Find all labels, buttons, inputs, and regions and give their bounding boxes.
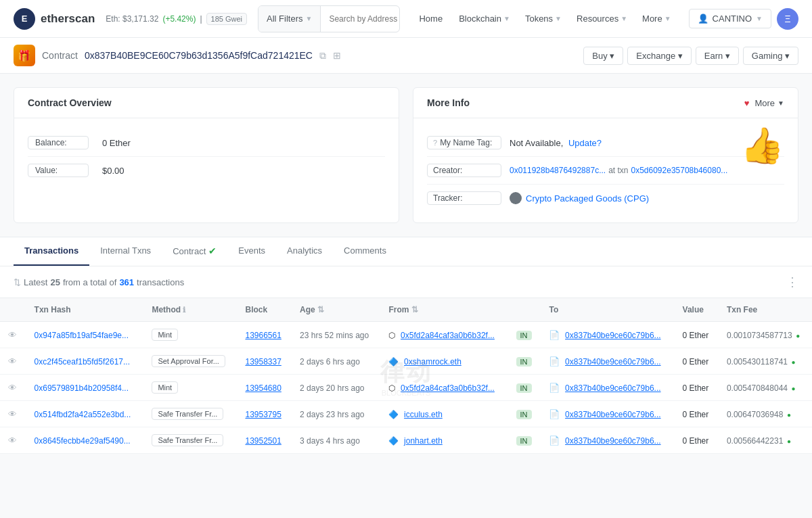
contract-prefix-label: Contract (42, 50, 78, 61)
from-cell: 🔷 0xshamrock.eth (380, 348, 508, 375)
method-badge: Mint (152, 329, 178, 341)
eth-network-button[interactable]: Ξ (777, 8, 798, 30)
txn-hash-link[interactable]: 0x69579891b4b20958f4... (35, 383, 129, 393)
nav-blockchain[interactable]: Blockchain ▼ (452, 9, 517, 28)
block-link[interactable]: 13966561 (245, 331, 281, 340)
txn-hash-link[interactable]: 0xc2f45ceaf1b5fd5f2617... (35, 357, 130, 367)
transactions-table: Txn Hash Method ℹ Block Age ⇅ From ⇅ To … (0, 298, 812, 454)
nav-resources[interactable]: Resources ▼ (570, 9, 634, 28)
method-cell: Set Approval For... (143, 348, 237, 375)
grid-icon[interactable]: ⊞ (333, 50, 341, 61)
age-cell: 3 days 4 hrs ago (292, 427, 380, 454)
to-cell: 📄 0x837b40be9ce60c79b6... (541, 401, 674, 427)
table-options-btn[interactable]: ⋮ (786, 275, 798, 289)
creator-address-link[interactable]: 0x011928b4876492887c... (510, 166, 606, 175)
from-icon-indicator: ⬡ (388, 331, 395, 340)
heart-icon[interactable]: ♥ (744, 98, 750, 108)
table-row: 👁 0x69579891b4b20958f4... Mint 13954680 … (0, 375, 812, 401)
copy-icon[interactable]: ⧉ (319, 50, 326, 62)
table-row: 👁 0x514fbd2fa42a552e3bd... Safe Transfer… (0, 401, 812, 427)
tab-comments[interactable]: Comments (333, 237, 397, 266)
tab-analytics[interactable]: Analytics (276, 237, 333, 266)
logo-area[interactable]: E etherscan (14, 8, 95, 30)
gwei-badge: 185 Gwei (206, 13, 247, 25)
tab-internal-txns[interactable]: Internal Txns (89, 237, 162, 266)
earn-button[interactable]: MoreEarn ▾ (696, 47, 739, 65)
tracker-label: Tracker: (427, 191, 501, 205)
green-dot-icon: ● (787, 411, 791, 419)
block-link[interactable]: 13953795 (245, 410, 281, 419)
gaming-button[interactable]: Gaming ▾ (743, 47, 798, 65)
contract-icon: 📄 (549, 409, 560, 419)
tx-total[interactable]: 361 (119, 277, 134, 287)
more-info-card: More Info ♥ More ▼ 👍 ? My Name Tag: Not … (413, 87, 798, 223)
table-row: 👁 0x947a85fb19af54fae9e... Mint 13966561… (0, 322, 812, 348)
eye-icon[interactable]: 👁 (8, 409, 17, 419)
buy-button[interactable]: Buy ▾ (583, 47, 623, 65)
in-badge: IN (516, 410, 532, 419)
col-txn-fee: Txn Fee (719, 298, 812, 322)
from-link[interactable]: 0x5fd2a84caf3a0b6b32f... (401, 331, 495, 340)
contract-address[interactable]: 0x837B40BE9CE60C79b63d1356A5f9fCad721421… (85, 50, 313, 61)
name-tag-label-badge[interactable]: ? My Name Tag: (427, 136, 501, 149)
txn-hash-link[interactable]: 0x8645fecbb4e29af5490... (35, 436, 131, 446)
to-link[interactable]: 0x837b40be9ce60c79b6... (565, 436, 660, 446)
exchange-button[interactable]: Exchange ▾ (627, 47, 691, 65)
txn-hash-link[interactable]: 0x947a85fb19af54fae9e... (35, 331, 129, 340)
block-link[interactable]: 13952501 (245, 436, 281, 446)
search-filter-btn[interactable]: All Filters ▼ (258, 6, 321, 32)
tabs-container: Transactions Internal Txns Contract ✔ Ev… (0, 237, 812, 266)
nav-home[interactable]: Home (411, 9, 451, 28)
from-link[interactable]: jonhart.eth (404, 436, 443, 446)
eye-cell: 👁 (0, 375, 26, 401)
age-text: 2 days 6 hrs ago (300, 357, 360, 367)
separator: | (200, 14, 202, 24)
block-link[interactable]: 13954680 (245, 383, 281, 393)
to-link[interactable]: 0x837b40be9ce60c79b6... (565, 357, 660, 367)
tracker-row: Tracker: Crypto Packaged Goods (CPG) (427, 185, 784, 212)
txn-hash-cell: 0x514fbd2fa42a552e3bd... (26, 401, 144, 427)
eye-icon[interactable]: 👁 (8, 435, 17, 446)
to-link[interactable]: 0x837b40be9ce60c79b6... (565, 331, 660, 340)
eth-change: (+5.42%) (162, 14, 196, 24)
eye-icon[interactable]: 👁 (8, 383, 17, 393)
to-cell: 📄 0x837b40be9ce60c79b6... (541, 427, 674, 454)
tracker-link[interactable]: Crypto Packaged Goods (CPG) (526, 193, 649, 204)
creator-txn-link[interactable]: 0x5d6092e35708b46080... (631, 166, 728, 175)
method-cell: Safe Transfer Fr... (143, 401, 237, 427)
to-cell: 📄 0x837b40be9ce60c79b6... (541, 375, 674, 401)
value-text: 0 Ether (683, 410, 709, 419)
to-link[interactable]: 0x837b40be9ce60c79b6... (565, 410, 660, 419)
search-input[interactable] (321, 6, 400, 32)
from-link[interactable]: 0xshamrock.eth (404, 357, 461, 367)
user-button[interactable]: 👤 CANTINO ▼ (689, 9, 771, 28)
from-icon-indicator: 🔷 (388, 357, 399, 367)
more-dropdown-btn[interactable]: More ▼ (754, 98, 784, 108)
nav-tokens[interactable]: Tokens ▼ (518, 9, 568, 28)
direction-cell: IN (508, 375, 541, 401)
eye-cell: 👁 (0, 401, 26, 427)
value-text: 0 Ether (683, 357, 709, 367)
from-icon-indicator: ⬡ (388, 383, 395, 393)
update-link[interactable]: Update? (568, 138, 602, 148)
to-link[interactable]: 0x837b40be9ce60c79b6... (565, 383, 660, 393)
balance-row: Balance: 0 Ether (28, 129, 385, 157)
block-link[interactable]: 13958337 (245, 357, 281, 367)
more-info-title: More Info (427, 97, 470, 108)
tab-transactions[interactable]: Transactions (14, 237, 89, 266)
table-wrapper: 律动 BLOCKBEATS Txn Hash Method ℹ Block Ag… (0, 298, 812, 454)
more-chevron-icon: ▼ (777, 99, 784, 107)
overview-card-body: Balance: 0 Ether Value: $0.00 (14, 118, 399, 195)
nav-more[interactable]: More ▼ (635, 9, 678, 28)
creator-value: 0x011928b4876492887c... at txn 0x5d6092e… (510, 166, 727, 175)
in-badge: IN (516, 383, 532, 393)
from-cell: ⬡ 0x5fd2a84caf3a0b6b32f... (380, 375, 508, 401)
txn-hash-link[interactable]: 0x514fbd2fa42a552e3bd... (35, 410, 131, 419)
value-cell: 0 Ether (675, 401, 719, 427)
from-link[interactable]: icculus.eth (404, 410, 443, 419)
tab-events[interactable]: Events (227, 237, 276, 266)
tab-contract[interactable]: Contract ✔ (162, 237, 227, 266)
eye-icon[interactable]: 👁 (8, 356, 17, 367)
from-link[interactable]: 0x5fd2a84caf3a0b6b32f... (401, 383, 495, 393)
eye-icon[interactable]: 👁 (8, 330, 17, 340)
